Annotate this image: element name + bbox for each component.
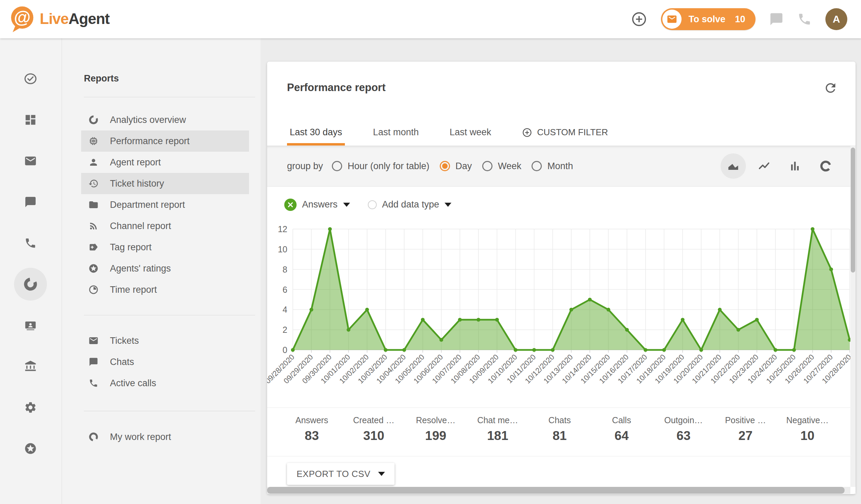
plus-circle-icon xyxy=(522,127,532,138)
sidebar-item-channel-report[interactable]: Channel report xyxy=(81,215,249,237)
rail-ratings-button[interactable] xyxy=(21,439,40,458)
series-chip-label: Answers xyxy=(302,199,338,210)
group-by-options: group by Hour (only for table) Day Week xyxy=(287,146,573,186)
stat-outgoing[interactable]: Outgoin… 63 xyxy=(652,408,714,456)
tab-last-30-days[interactable]: Last 30 days xyxy=(287,122,345,146)
vertical-scrollbar[interactable] xyxy=(850,146,856,494)
radio-circle xyxy=(482,161,492,171)
top-header: @ LiveAgent xyxy=(0,0,861,38)
donut-chart-button[interactable] xyxy=(813,153,838,179)
phone-icon xyxy=(797,12,812,26)
date-range-tabs: Last 30 days Last month Last week CUSTOM… xyxy=(287,122,611,146)
rail-chats-button[interactable] xyxy=(21,192,40,212)
tab-last-month[interactable]: Last month xyxy=(370,122,422,146)
sidebar-item-label: Agents' ratings xyxy=(110,263,171,274)
data-type-row: Answers Add data type xyxy=(284,187,451,223)
remove-series-icon[interactable] xyxy=(284,199,297,211)
phone-icon xyxy=(24,237,37,249)
calls-header-button[interactable] xyxy=(797,12,812,26)
svg-text:12: 12 xyxy=(278,224,287,234)
export-to-csv-button[interactable]: EXPORT TO CSV xyxy=(287,463,395,485)
sidebar-item-tickets[interactable]: Tickets xyxy=(81,330,249,351)
area-chart-button[interactable] xyxy=(721,153,746,179)
svg-text:8: 8 xyxy=(283,265,287,274)
bar-chart-icon xyxy=(788,160,801,173)
rail-mail-button[interactable] xyxy=(21,151,40,171)
sidebar-item-my-work-report[interactable]: My work report xyxy=(81,426,249,448)
radio-week[interactable]: Week xyxy=(482,161,522,172)
stat-resolved[interactable]: Resolve… 199 xyxy=(405,408,467,456)
stat-negative[interactable]: Negative… 10 xyxy=(776,408,838,456)
stat-answers[interactable]: Answers 83 xyxy=(281,408,343,456)
rail-reports-button[interactable] xyxy=(14,268,47,301)
star-circle-icon xyxy=(88,263,99,274)
sidebar-item-time-report[interactable]: Time report xyxy=(81,279,249,300)
sidebar-item-label: Channel report xyxy=(110,221,171,231)
radio-circle xyxy=(332,161,342,171)
radio-month[interactable]: Month xyxy=(532,161,573,172)
chart-type-switcher xyxy=(721,153,838,179)
refresh-icon xyxy=(823,81,838,95)
mail-icon xyxy=(88,335,99,346)
stat-calls[interactable]: Calls 64 xyxy=(590,408,652,456)
dashboard-icon xyxy=(24,113,37,126)
stat-chats[interactable]: Chats 81 xyxy=(529,408,591,456)
rail-tickets-resolve-button[interactable] xyxy=(21,69,40,88)
sidebar-item-chats[interactable]: Chats xyxy=(81,351,249,373)
radio-hour[interactable]: Hour (only for table) xyxy=(332,161,429,172)
donut-chart-icon xyxy=(819,160,832,173)
export-label: EXPORT TO CSV xyxy=(297,469,371,479)
group-by-bar: group by Hour (only for table) Day Week xyxy=(267,146,856,187)
reports-donut-icon xyxy=(23,277,38,291)
add-new-button[interactable] xyxy=(631,11,647,27)
menu-divider xyxy=(84,97,255,97)
sidebar-item-tag-report[interactable]: Tag report xyxy=(81,237,249,258)
sidebar-item-label: Active calls xyxy=(110,378,156,389)
sidebar-item-active-calls[interactable]: Active calls xyxy=(81,373,249,394)
stat-created[interactable]: Created … 310 xyxy=(343,408,405,456)
person-icon xyxy=(88,157,99,168)
rail-company-button[interactable] xyxy=(21,357,40,376)
radio-day[interactable]: Day xyxy=(440,161,472,172)
answers-series-chip[interactable]: Answers xyxy=(284,199,350,211)
menu-group-lists: Tickets Chats Active calls xyxy=(81,330,249,394)
user-avatar[interactable]: A xyxy=(825,8,847,30)
main-content: Performance report Last 30 days Last mon… xyxy=(261,38,861,504)
sidebar-item-ticket-history[interactable]: Ticket history xyxy=(81,173,249,194)
rss-icon xyxy=(88,220,99,231)
add-data-type-label: Add data type xyxy=(382,199,439,210)
bar-chart-button[interactable] xyxy=(782,153,808,179)
sidebar-item-performance-report[interactable]: Performance report xyxy=(81,130,249,152)
rail-dashboard-button[interactable] xyxy=(21,110,40,129)
add-data-type-button[interactable]: Add data type xyxy=(368,199,452,210)
chats-header-button[interactable] xyxy=(769,12,784,26)
chevron-down-icon xyxy=(445,203,451,207)
stat-positive[interactable]: Positive … 27 xyxy=(714,408,776,456)
sidebar-item-label: My work report xyxy=(110,432,171,442)
custom-filter-button[interactable]: CUSTOM FILTER xyxy=(519,122,611,146)
to-solve-label: To solve xyxy=(688,14,725,25)
vertical-scrollbar-thumb[interactable] xyxy=(851,148,855,273)
mail-icon xyxy=(24,154,37,167)
history-clock-icon xyxy=(88,178,99,189)
sidebar-item-agents-ratings[interactable]: Agents' ratings xyxy=(81,258,249,279)
menu-divider xyxy=(84,411,255,411)
stat-chat-messages[interactable]: Chat me… 181 xyxy=(467,408,529,456)
rail-settings-button[interactable] xyxy=(21,398,40,417)
brand-logo[interactable]: @ LiveAgent xyxy=(8,5,110,33)
menu-group-reports: Analytics overview Performance report Ag… xyxy=(81,109,249,300)
horizontal-scrollbar-thumb[interactable] xyxy=(267,487,845,494)
rail-contacts-button[interactable] xyxy=(21,316,40,335)
rail-calls-button[interactable] xyxy=(21,234,40,253)
radio-circle xyxy=(532,161,542,171)
icon-rail xyxy=(0,38,62,504)
to-solve-pill[interactable]: To solve 10 xyxy=(661,8,756,30)
refresh-button[interactable] xyxy=(823,81,838,95)
sidebar-item-analytics-overview[interactable]: Analytics overview xyxy=(81,109,249,130)
sidebar-item-label: Performance report xyxy=(110,136,190,147)
sidebar-item-agent-report[interactable]: Agent report xyxy=(81,152,249,173)
tab-last-week[interactable]: Last week xyxy=(447,122,494,146)
horizontal-scrollbar[interactable] xyxy=(267,487,850,494)
line-chart-button[interactable] xyxy=(751,153,777,179)
sidebar-item-department-report[interactable]: Department report xyxy=(81,194,249,215)
